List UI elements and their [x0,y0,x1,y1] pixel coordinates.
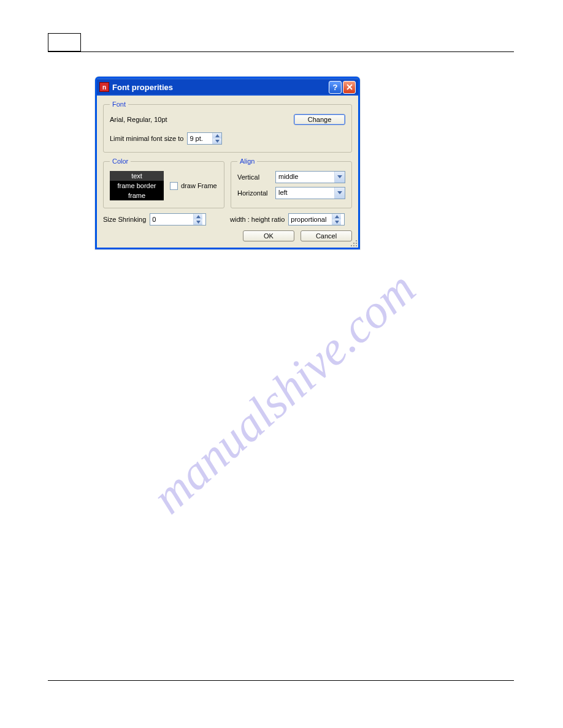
draw-frame-text: draw Frame [181,182,217,189]
spinner-down-icon[interactable] [213,138,221,144]
page-rule-bottom [48,680,514,681]
limit-font-spinner[interactable] [187,132,222,145]
font-properties-dialog: n Font properities ? Font Arial, Regular… [95,77,360,249]
app-icon: n [99,82,109,92]
chevron-down-icon[interactable] [334,188,345,199]
help-button[interactable]: ? [329,81,342,94]
font-group-legend: Font [110,100,128,108]
dialog-title: Font properities [112,83,327,92]
current-font-text: Arial, Regular, 10pt [110,116,167,123]
size-shrinking-label: Size Shrinking [103,216,146,223]
chevron-down-icon[interactable] [334,172,345,183]
color-list[interactable]: text frame border frame [110,171,164,200]
cancel-button[interactable]: Cancel [301,230,352,241]
change-button[interactable]: Change [294,114,345,125]
titlebar[interactable]: n Font properities ? [97,78,358,96]
font-group: Font Arial, Regular, 10pt Change Limit m… [103,100,352,153]
draw-frame-checkbox-label[interactable]: draw Frame [170,182,217,190]
horizontal-combo-value: left [276,188,334,199]
color-group-legend: Color [110,157,131,165]
color-option-frame[interactable]: frame [110,191,164,200]
limit-font-label: Limit minimal font size to [110,135,183,142]
svg-text:manualshive.com: manualshive.com [142,261,425,523]
spinner-up-icon[interactable] [332,214,341,219]
ratio-label: width : height ratio [230,216,285,223]
page-corner-box [48,33,81,51]
vertical-label: Vertical [237,173,275,181]
size-shrinking-spinner[interactable] [150,213,206,226]
horizontal-label: Horizontal [237,189,275,197]
vertical-combo[interactable]: middle [275,171,345,183]
draw-frame-checkbox[interactable] [170,182,178,190]
color-option-text[interactable]: text [110,171,164,181]
limit-font-input[interactable] [188,133,212,144]
dialog-body: Font Arial, Regular, 10pt Change Limit m… [97,96,358,248]
color-group: Color text frame border frame draw Frame [103,157,224,208]
spinner-down-icon[interactable] [332,219,341,225]
spinner-down-icon[interactable] [194,219,202,225]
align-group: Align Vertical middle Horizontal left [231,157,352,208]
color-option-frame-border[interactable]: frame border [110,181,164,191]
ratio-spinner[interactable] [288,213,345,226]
ratio-input[interactable] [289,214,332,225]
close-button[interactable] [343,81,356,94]
size-shrinking-input[interactable] [150,214,193,225]
align-group-legend: Align [237,157,257,165]
spinner-up-icon[interactable] [194,214,202,219]
page-rule-top [48,51,514,52]
horizontal-combo[interactable]: left [275,187,345,199]
resize-grip[interactable] [350,239,357,246]
ok-button[interactable]: OK [243,230,294,241]
vertical-combo-value: middle [276,172,334,183]
spinner-up-icon[interactable] [213,133,221,138]
